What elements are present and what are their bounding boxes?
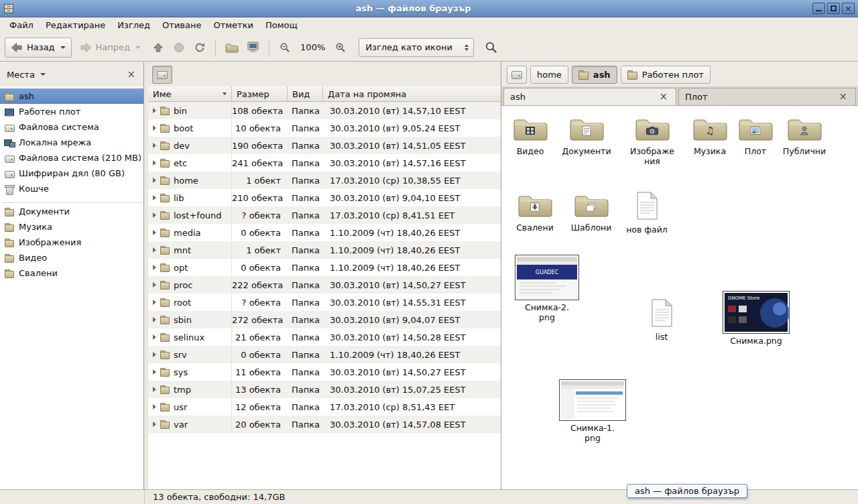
expander-icon[interactable]	[153, 212, 156, 218]
sidebar-item[interactable]: Файлова система	[0, 119, 143, 135]
computer-button[interactable]	[244, 38, 263, 58]
iconview-item-snimka2[interactable]: GUADEC Снимка-2.png	[515, 255, 579, 322]
file-row[interactable]: sbin 272 обекта Папка 30.03.2010 (вт) 9,…	[148, 311, 501, 328]
pathbar-desktop-button[interactable]: Работен плот	[621, 66, 711, 84]
zoom-in-button[interactable]	[331, 38, 350, 58]
sidebar-item[interactable]: Локална мрежа	[0, 135, 143, 150]
column-header-name[interactable]: Име	[148, 86, 232, 102]
expander-icon[interactable]	[153, 352, 156, 357]
file-row[interactable]: var 20 обекта Папка 30.03.2010 (вт) 14,5…	[148, 416, 501, 433]
column-header-size[interactable]: Размер	[232, 86, 288, 102]
expander-icon[interactable]	[153, 143, 156, 148]
sidebar-title[interactable]: Места	[7, 70, 35, 80]
zoom-out-button[interactable]	[275, 38, 294, 58]
menu-item[interactable]: Отметки	[207, 17, 259, 34]
menu-item[interactable]: Изглед	[111, 17, 156, 34]
expander-icon[interactable]	[153, 282, 156, 288]
pathbar-root-button[interactable]	[152, 66, 172, 84]
file-row[interactable]: home 1 обект Папка 17.03.2010 (ср) 10,38…	[148, 172, 501, 189]
file-row[interactable]: opt 0 обекта Папка 1.10.2009 (чт) 18,40,…	[148, 259, 501, 276]
expander-icon[interactable]	[153, 125, 156, 131]
expander-icon[interactable]	[153, 195, 156, 200]
sidebar-item[interactable]: Музика	[0, 219, 143, 235]
file-row[interactable]: lost+found ? обекта Папка 17.03.2010 (ср…	[148, 206, 501, 224]
menu-item[interactable]: Отиване	[156, 17, 207, 34]
expander-icon[interactable]	[153, 265, 156, 270]
expander-icon[interactable]	[153, 178, 156, 183]
close-button[interactable]: ×	[842, 3, 855, 14]
sidebar-item[interactable]: Кошче	[0, 181, 143, 196]
pathbar-current-button[interactable]: ash	[572, 66, 617, 84]
file-row[interactable]: bin 108 обекта Папка 30.03.2010 (вт) 14,…	[148, 102, 501, 119]
file-row[interactable]: boot 10 обекта Папка 30.03.2010 (вт) 9,0…	[148, 119, 501, 137]
file-row[interactable]: etc 241 обекта Папка 30.03.2010 (вт) 14,…	[148, 154, 501, 172]
column-header-type[interactable]: Вид	[288, 86, 323, 102]
stop-icon	[174, 42, 184, 53]
home-button[interactable]	[222, 38, 242, 58]
iconview-item-new-file[interactable]: нов файл	[620, 192, 674, 235]
iconview-item-templates[interactable]: Шаблони	[564, 193, 618, 233]
file-row[interactable]: sys 11 обекта Папка 30.03.2010 (вт) 14,5…	[148, 363, 501, 381]
menu-item[interactable]: Редактиране	[40, 17, 111, 34]
expander-icon[interactable]	[153, 317, 156, 322]
back-button[interactable]: Назад	[5, 38, 72, 58]
expander-icon[interactable]	[153, 230, 156, 235]
minimize-button[interactable]	[812, 3, 825, 14]
pathbar-home-button[interactable]: home	[530, 66, 568, 84]
expander-icon[interactable]	[153, 334, 156, 340]
place-icon	[4, 206, 15, 217]
expander-icon[interactable]	[153, 422, 156, 427]
expander-icon[interactable]	[153, 404, 156, 410]
expander-icon[interactable]	[153, 247, 156, 253]
file-row[interactable]: dev 190 обекта Папка 30.03.2010 (вт) 14,…	[148, 137, 501, 154]
tab-plot[interactable]: Плот ×	[678, 88, 856, 105]
maximize-button[interactable]	[827, 3, 840, 14]
sidebar-item[interactable]: Видео	[0, 250, 143, 265]
file-row[interactable]: lib 210 обекта Папка 30.03.2010 (вт) 9,0…	[148, 189, 501, 206]
iconview-item-public[interactable]: Публични	[778, 117, 831, 156]
search-button[interactable]	[481, 38, 501, 58]
iconview-item-list[interactable]: list	[635, 299, 688, 342]
pathbar-root-button[interactable]	[507, 66, 527, 84]
tab-ash[interactable]: ash ×	[503, 88, 676, 105]
sidebar-item[interactable]: Шифриран дял (80 GB)	[0, 166, 143, 181]
forward-button[interactable]: Напред	[74, 38, 147, 58]
expander-icon[interactable]	[153, 300, 156, 305]
iconview-item-snimka[interactable]: GNOME Store Снимка.png	[723, 291, 790, 346]
tab-close-button[interactable]: ×	[657, 92, 670, 102]
expander-icon[interactable]	[153, 108, 156, 113]
sidebar-item[interactable]	[1, 197, 142, 203]
file-row[interactable]: selinux 21 обекта Папка 30.03.2010 (вт) …	[148, 328, 501, 346]
file-row[interactable]: srv 0 обекта Папка 1.10.2009 (чт) 18,40,…	[148, 346, 501, 363]
stop-button[interactable]	[170, 38, 188, 58]
sidebar-item[interactable]: Документи	[0, 204, 143, 219]
view-mode-select[interactable]: Изглед като икони	[359, 38, 474, 57]
expander-icon[interactable]	[153, 369, 156, 375]
menu-item[interactable]: Помощ	[259, 17, 304, 34]
column-header-date[interactable]: Дата на промяна	[323, 86, 501, 102]
file-row[interactable]: media 0 обекта Папка 1.10.2009 (чт) 18,4…	[148, 224, 501, 241]
expander-icon[interactable]	[153, 160, 156, 166]
file-row[interactable]: usr 12 обекта Папка 17.03.2010 (ср) 8,51…	[148, 398, 501, 416]
iconview-item-desktop[interactable]: Плот	[729, 117, 782, 156]
iconview-item-video[interactable]: Видео	[503, 117, 557, 156]
reload-button[interactable]	[190, 38, 209, 58]
menu-item[interactable]: Файл	[3, 17, 40, 34]
iconview-item-documents[interactable]: Документи	[560, 117, 613, 156]
sidebar-item[interactable]: Свалени	[0, 265, 143, 281]
sidebar-close-button[interactable]: ×	[124, 69, 138, 80]
iconview-item-snimka1[interactable]: Снимка-1.png	[559, 379, 626, 443]
tab-close-button[interactable]: ×	[837, 92, 849, 102]
iconview-item-downloads[interactable]: Свалени	[508, 193, 562, 233]
file-row[interactable]: mnt 1 обект Папка 1.10.2009 (чт) 18,40,2…	[148, 241, 501, 259]
sidebar-item[interactable]: Изображения	[0, 235, 143, 250]
up-button[interactable]	[149, 38, 168, 58]
file-row[interactable]: root ? обекта Папка 30.03.2010 (вт) 14,5…	[148, 294, 501, 311]
iconview-item-images[interactable]: Изображения	[625, 117, 679, 166]
sidebar-item[interactable]: Файлова система (210 MB)	[0, 150, 143, 166]
sidebar-item[interactable]: ash	[0, 88, 143, 104]
file-row[interactable]: tmp 13 обекта Папка 30.03.2010 (вт) 15,0…	[148, 381, 501, 398]
expander-icon[interactable]	[153, 387, 156, 392]
file-row[interactable]: proc 222 обекта Папка 30.03.2010 (вт) 14…	[148, 276, 501, 294]
sidebar-item[interactable]: Работен плот	[0, 104, 143, 119]
